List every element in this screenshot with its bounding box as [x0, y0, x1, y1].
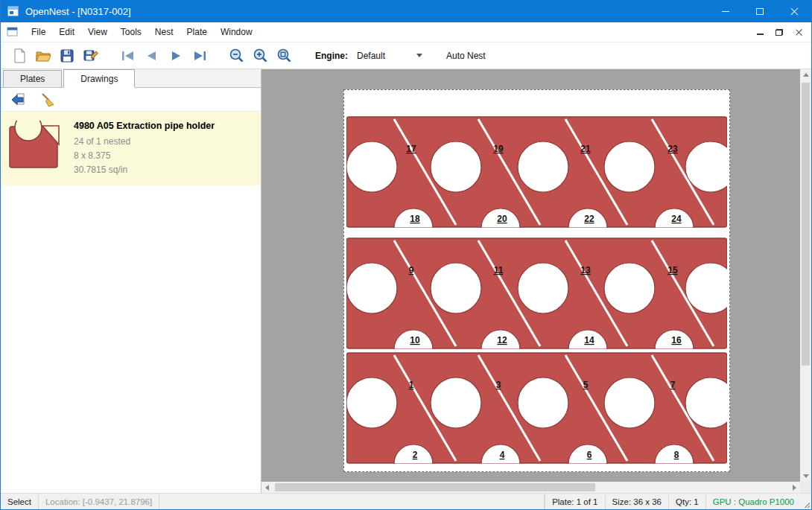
- mdi-close-button[interactable]: [790, 25, 807, 39]
- auto-nest-button[interactable]: Auto Nest: [440, 48, 492, 64]
- zoom-in-button[interactable]: [250, 45, 272, 67]
- engine-select[interactable]: Default: [352, 48, 427, 63]
- previous-plate-button[interactable]: [141, 45, 163, 67]
- part-number-label[interactable]: 17: [406, 144, 416, 154]
- part-circle-cutout: [431, 377, 481, 428]
- menu-tools[interactable]: Tools: [114, 24, 148, 40]
- app-icon: [7, 5, 19, 17]
- part-number-label[interactable]: 19: [493, 144, 504, 154]
- part-number-label[interactable]: 1: [409, 380, 414, 390]
- part-number-label[interactable]: 15: [667, 265, 678, 275]
- part-circle-cutout: [518, 377, 568, 428]
- minimize-button[interactable]: [708, 0, 743, 22]
- plate[interactable]: 171921231820222491113151012141613572468: [343, 89, 730, 472]
- part-number-label[interactable]: 16: [671, 335, 682, 345]
- status-gpu: GPU : Quadro P1000: [705, 494, 801, 509]
- nested-parts-band[interactable]: 911131510121416: [346, 238, 729, 349]
- part-number-label[interactable]: 9: [409, 265, 414, 275]
- import-drawing-button[interactable]: [7, 90, 29, 109]
- part-circle-cutout: [604, 377, 655, 428]
- next-plate-button[interactable]: [165, 45, 187, 67]
- part-circle-cutout: [604, 141, 655, 192]
- part-number-label[interactable]: 22: [584, 214, 594, 224]
- menu-nest[interactable]: Nest: [148, 24, 180, 40]
- zoom-fit-button[interactable]: [273, 45, 296, 67]
- part-number-label[interactable]: 14: [584, 335, 594, 345]
- maximize-icon: [756, 8, 764, 15]
- part-number-label[interactable]: 5: [583, 380, 589, 390]
- engine-selected-value: Default: [357, 51, 385, 61]
- maximize-button[interactable]: [743, 0, 777, 22]
- part-number-label[interactable]: 8: [674, 450, 679, 460]
- previous-arrow-icon: [143, 48, 161, 64]
- nesting-canvas[interactable]: 171921231820222491113151012141613572468: [261, 69, 811, 493]
- sidebar: Plates Drawings: [1, 69, 261, 493]
- zoom-in-icon: [253, 48, 269, 64]
- tab-drawings[interactable]: Drawings: [63, 69, 135, 88]
- part-number-label[interactable]: 2: [413, 450, 418, 460]
- vertical-scrollbar-thumb[interactable]: [802, 83, 810, 366]
- part-number-label[interactable]: 10: [410, 335, 420, 345]
- drawing-title: 4980 A05 Extraction pipe holder: [74, 121, 215, 131]
- status-qty: Qty: 1: [668, 494, 705, 509]
- new-button[interactable]: [8, 45, 31, 67]
- menu-view[interactable]: View: [81, 24, 114, 40]
- part-number-label[interactable]: 13: [580, 265, 591, 275]
- menu-plate[interactable]: Plate: [180, 24, 214, 40]
- clear-drawings-button[interactable]: [37, 90, 59, 109]
- status-mode: Select: [1, 494, 39, 509]
- statusbar: Select Location: [-0.9437, 21.8796] Plat…: [1, 493, 811, 509]
- scrollbar-corner: [800, 482, 811, 493]
- resize-grip[interactable]: [801, 494, 811, 509]
- scroll-right-button[interactable]: [789, 482, 800, 493]
- part-number-label[interactable]: 18: [410, 214, 420, 224]
- part-number-label[interactable]: 7: [670, 380, 676, 390]
- open-button[interactable]: [32, 45, 54, 67]
- part-number-label[interactable]: 3: [496, 380, 501, 390]
- menu-file[interactable]: File: [25, 24, 52, 40]
- mdi-child-controls: [752, 25, 811, 39]
- part-number-label[interactable]: 11: [494, 265, 504, 275]
- scroll-left-button[interactable]: [261, 482, 273, 493]
- mdi-restore-icon: [775, 29, 783, 36]
- part-circle-cutout: [346, 377, 397, 428]
- save-as-button[interactable]: [80, 45, 102, 67]
- menubar: File Edit View Tools Nest Plate Window: [1, 22, 811, 42]
- part-number-label[interactable]: 24: [671, 214, 682, 224]
- horizontal-scrollbar-thumb[interactable]: [275, 483, 595, 491]
- last-plate-button[interactable]: [188, 45, 211, 67]
- horizontal-scrollbar[interactable]: [261, 482, 800, 493]
- save-button[interactable]: [56, 45, 78, 67]
- window-title: OpenNest - [N0317-002]: [25, 6, 708, 17]
- vertical-scrollbar[interactable]: [800, 69, 811, 482]
- mdi-minimize-icon: [757, 34, 764, 35]
- part-thumbnail: [8, 121, 63, 176]
- chevron-down-icon: [416, 54, 422, 57]
- mdi-restore-button[interactable]: [771, 25, 787, 39]
- minimize-icon: [722, 11, 729, 12]
- nested-parts-band[interactable]: 13572468: [346, 353, 729, 464]
- part-number-label[interactable]: 4: [500, 450, 505, 460]
- status-spacer: [159, 494, 545, 509]
- nested-parts-band[interactable]: 1719212318202224: [346, 117, 729, 228]
- part-number-label[interactable]: 21: [580, 144, 591, 154]
- part-number-label[interactable]: 23: [667, 144, 678, 154]
- part-number-label[interactable]: 12: [497, 335, 507, 345]
- mdi-minimize-button[interactable]: [752, 25, 768, 39]
- scroll-down-button[interactable]: [800, 471, 811, 482]
- menu-edit[interactable]: Edit: [52, 24, 81, 40]
- drawing-list-item[interactable]: 4980 A05 Extraction pipe holder 24 of 1 …: [1, 112, 261, 185]
- scroll-up-button[interactable]: [800, 69, 811, 80]
- document-window-icon: [7, 27, 19, 37]
- zoom-out-button[interactable]: [226, 45, 248, 67]
- titlebar: OpenNest - [N0317-002]: [1, 0, 811, 22]
- close-button[interactable]: [777, 0, 811, 22]
- menu-window[interactable]: Window: [214, 24, 259, 40]
- part-circle-cutout: [604, 263, 655, 313]
- part-number-label[interactable]: 20: [497, 214, 507, 224]
- tab-plates[interactable]: Plates: [3, 70, 62, 87]
- import-arrow-icon: [10, 92, 26, 108]
- first-plate-button[interactable]: [117, 45, 139, 67]
- part-number-label[interactable]: 6: [587, 450, 592, 460]
- mdi-close-icon: [795, 28, 803, 36]
